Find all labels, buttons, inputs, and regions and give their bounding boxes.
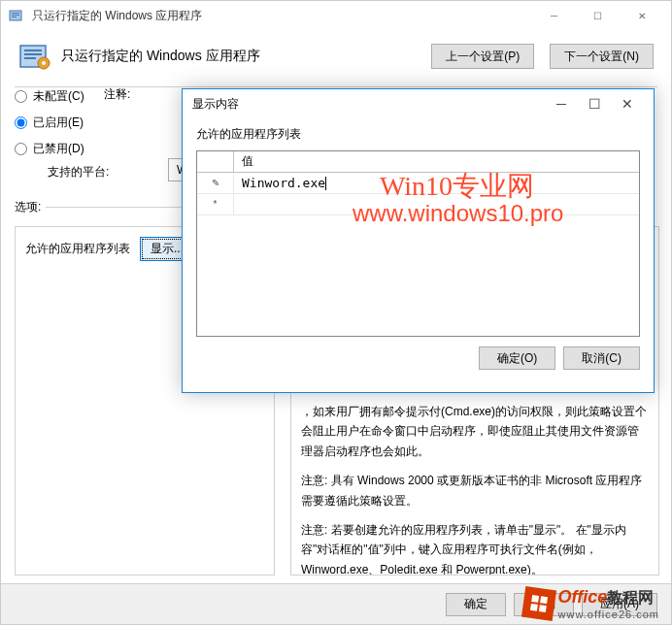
dialog-close-button[interactable]: ✕ [611,89,644,118]
values-grid[interactable]: 值 ✎ Winword.exe * [196,150,640,337]
main-cancel-button[interactable]: 取消 [514,593,574,616]
main-window-title: 只运行指定的 Windows 应用程序 [32,8,532,24]
radio-disabled-label: 已禁用(D) [33,141,84,157]
maximize-button[interactable]: ☐ [576,1,620,30]
help-p3: 注意: 若要创建允许的应用程序列表，请单击"显示"。 在"显示内容"对话框的"值… [301,520,649,576]
row-marker-new-icon: * [197,194,234,214]
policy-header: 只运行指定的 Windows 应用程序 上一个设置(P) 下一个设置(N) [1,30,671,86]
grid-header-marker [197,151,234,172]
dialog-list-label: 允许的应用程序列表 [196,126,640,143]
svg-rect-2 [12,15,19,16]
text-cursor [325,177,326,190]
dialog-title: 显示内容 [192,96,545,113]
grid-header: 值 [197,151,639,173]
policy-icon-large [18,40,51,73]
supported-label: 支持的平台: [48,164,109,181]
window-controls: ─ ☐ ✕ [532,1,663,30]
grid-row[interactable]: ✎ Winword.exe [197,173,639,194]
minimize-button[interactable]: ─ [532,1,576,30]
grid-header-value[interactable]: 值 [234,151,639,172]
main-ok-button[interactable]: 确定 [446,593,506,616]
options-label: 选项: [15,199,41,215]
svg-rect-5 [24,49,42,51]
dialog-titlebar: 显示内容 ─ ☐ ✕ [183,89,654,118]
row-value-cell[interactable] [234,194,639,214]
help-p1: ，如来用厂拥有邮令提示付(Cmd.exe)的访问权限，则此策略设置个会阻止用户在… [301,402,649,461]
grid-row[interactable]: * [197,194,639,215]
show-content-dialog: 显示内容 ─ ☐ ✕ 允许的应用程序列表 值 ✎ Winword.exe * 确… [182,88,655,393]
policy-icon [9,8,24,23]
radio-disabled-input[interactable] [15,143,27,155]
close-button[interactable]: ✕ [620,1,663,30]
dialog-button-bar: 确定(O) 取消(C) [196,346,640,370]
state-radios: 未配置(C) 已启用(E) 已禁用(D) [1,88,98,167]
svg-point-9 [42,61,46,65]
radio-enabled-label: 已启用(E) [33,115,84,131]
next-setting-button[interactable]: 下一个设置(N) [550,44,654,69]
radio-not-configured[interactable]: 未配置(C) [15,88,84,105]
dialog-minimize-button[interactable]: ─ [545,89,578,118]
svg-rect-1 [12,13,19,14]
main-apply-button[interactable]: 应用(A) [582,593,657,616]
row-marker-edit-icon: ✎ [197,173,234,193]
radio-enabled[interactable]: 已启用(E) [15,115,84,131]
radio-enabled-input[interactable] [15,116,27,129]
prev-setting-button[interactable]: 上一个设置(P) [431,44,534,69]
dialog-ok-button[interactable]: 确定(O) [479,346,555,370]
radio-disabled[interactable]: 已禁用(D) [15,141,84,157]
help-p2: 注意: 具有 Windows 2000 或更新版本证书的非 Microsoft … [301,471,649,510]
row-value-cell[interactable]: Winword.exe [234,173,639,193]
radio-not-configured-input[interactable] [15,90,27,103]
dialog-cancel-button[interactable]: 取消(C) [563,346,640,370]
dialog-body: 允许的应用程序列表 值 ✎ Winword.exe * 确定(O) 取消(C) [183,118,654,383]
bottom-button-bar: 确定 取消 应用(A) [1,583,671,624]
policy-title: 只运行指定的 Windows 应用程序 [61,48,416,65]
main-titlebar: 只运行指定的 Windows 应用程序 ─ ☐ ✕ [1,1,671,30]
comment-label: 注释: [104,86,130,103]
svg-rect-7 [24,57,36,59]
row-value-text: Winword.exe [242,176,325,190]
radio-not-configured-label: 未配置(C) [33,88,84,105]
dialog-maximize-button[interactable]: ☐ [578,89,611,118]
allowed-apps-label: 允许的应用程序列表 [25,241,130,257]
svg-rect-3 [12,16,17,17]
svg-rect-6 [24,53,42,55]
